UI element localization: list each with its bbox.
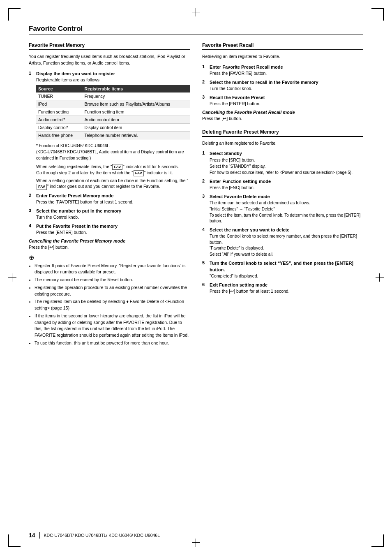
delete-step-2: 2 Enter Function setting mode Press the … bbox=[202, 178, 363, 191]
page-footer: 14 KDC-U7046BT/ KDC-U7046BTL/ KDC-U6046/… bbox=[29, 532, 363, 539]
table-cell: Audio control* bbox=[36, 116, 83, 123]
recall-section: Favorite Preset Recall Retrieving an ite… bbox=[202, 42, 363, 122]
table-cell: Function setting bbox=[36, 108, 83, 116]
delete-step-1-sub1: Select the “STANDBY” display. bbox=[210, 164, 363, 169]
step-2-heading: Enter Favorite Preset Memory mode bbox=[36, 193, 190, 199]
cancelling-recall-detail: Press the [↩] button. bbox=[202, 116, 363, 122]
recall-step-1: 1 Enter Favorite Preset Recall mode Pres… bbox=[202, 64, 363, 76]
delete-step-3-num: 3 bbox=[202, 194, 208, 224]
delete-step-4: 4 Select the number you want to delete T… bbox=[202, 227, 363, 258]
delete-step-3: 3 Select Favorite Delete mode The item c… bbox=[202, 194, 363, 224]
table-header-items: Registerable items bbox=[83, 85, 190, 92]
delete-step-3-content: Select Favorite Delete mode The item can… bbox=[210, 194, 363, 224]
step-1-num: 1 bbox=[29, 71, 35, 190]
recall-step-1-detail: Press the [FAVORITE] button. bbox=[210, 70, 363, 76]
table-cell: iPod bbox=[36, 100, 83, 108]
cancelling-memory: Cancelling the Favorite Preset Memory mo… bbox=[29, 238, 190, 250]
delete-step-6-num: 6 bbox=[202, 282, 208, 294]
recall-step-3-num: 3 bbox=[202, 95, 208, 107]
table-cell: Display control* bbox=[36, 123, 83, 131]
table-cell: Audio control item bbox=[83, 116, 190, 123]
table-row: iPodBrowse item such as Playlists/Artist… bbox=[36, 100, 190, 108]
list-item: Registering the operation procedure to a… bbox=[35, 284, 190, 298]
recall-step-2-content: Select the number to recall in the Favor… bbox=[210, 79, 363, 92]
step-3: 3 Select the number to put in the memory… bbox=[29, 208, 190, 220]
step-4-heading: Put the Favorite Preset in the memory bbox=[36, 223, 190, 229]
delete-step-5-num: 5 bbox=[202, 260, 208, 279]
delete-section-title: Deleting Favorite Preset Memory bbox=[202, 129, 363, 137]
delete-step-2-content: Enter Function setting mode Press the [F… bbox=[210, 178, 363, 191]
delete-step-1: 1 Select Standby Press the [SRC] button.… bbox=[202, 150, 363, 175]
table-cell: Browse item such as Playlists/Artists/Al… bbox=[83, 100, 190, 108]
step-2-content: Enter Favorite Preset Memory mode Press … bbox=[36, 193, 190, 205]
delete-step-1-detail: Press the [SRC] button. bbox=[210, 157, 363, 163]
page-title: Favorite Control bbox=[29, 25, 363, 35]
list-item: The memory cannot be erased by the Reset… bbox=[35, 277, 190, 283]
list-item: To use this function, this unit must be … bbox=[35, 340, 190, 347]
when-selecting-3: When a setting operation of each item ca… bbox=[36, 178, 190, 190]
page-number: 14 bbox=[29, 532, 35, 539]
step-1-content: Display the item you want to register Re… bbox=[36, 71, 190, 190]
bullet-list: Register 6 pairs of Favorite Preset Memo… bbox=[29, 263, 190, 347]
table-row: Function settingFunction setting item bbox=[36, 108, 190, 116]
footer-model-text: KDC-U7046BT/ KDC-U7046BTL/ KDC-U6046/ KD… bbox=[44, 533, 160, 538]
delete-step-6-content: Exit Function setting mode Press the [↩]… bbox=[210, 282, 363, 294]
recall-step-3-heading: Recall the Favorite Preset bbox=[210, 95, 363, 101]
recall-step-2-num: 2 bbox=[202, 79, 208, 92]
delete-step-4-heading: Select the number you want to delete bbox=[210, 227, 363, 233]
list-item: Register 6 pairs of Favorite Preset Memo… bbox=[35, 263, 190, 276]
left-column: Favorite Preset Memory You can register … bbox=[29, 42, 190, 348]
table-row: Audio control*Audio control item bbox=[36, 116, 190, 123]
table-row: Display control*Display control item bbox=[36, 123, 190, 131]
table-cell: Display control item bbox=[83, 123, 190, 131]
fav-badge-3: FAV bbox=[37, 184, 47, 190]
right-column: Favorite Preset Recall Retrieving an ite… bbox=[202, 42, 363, 348]
delete-step-5: 5 Turn the Control knob to select “YES”,… bbox=[202, 260, 363, 279]
footnote-1: * Function of KDC-U6046/ KDC-U6046L. (KD… bbox=[36, 143, 190, 161]
table-cell: Function setting item bbox=[83, 108, 190, 116]
delete-step-5-heading: Turn the Control knob to select “YES”, a… bbox=[210, 260, 363, 273]
recall-section-title: Favorite Preset Recall bbox=[202, 42, 363, 50]
cancelling-memory-detail: Press the [↩] button. bbox=[29, 244, 190, 250]
table-row: Hands-free phoneTelephone number retriev… bbox=[36, 131, 190, 139]
table-cell: Hands-free phone bbox=[36, 131, 83, 139]
left-section-title: Favorite Preset Memory bbox=[29, 42, 190, 50]
fav-badge-2: FAV bbox=[134, 170, 144, 176]
recall-step-3-detail: Press the [ENTER] button. bbox=[210, 101, 363, 107]
step-3-num: 3 bbox=[29, 208, 35, 220]
footnote-2-text: (KDC-U7046BT/ KDC-U7046BTL, Audio contro… bbox=[36, 150, 184, 160]
step-1-heading: Display the item you want to register bbox=[36, 71, 190, 77]
recall-intro: Retrieving an item registered to Favorit… bbox=[202, 53, 363, 60]
when-selecting-1: When selecting registerable items, the “… bbox=[36, 164, 190, 170]
fav-badge-1: FAV bbox=[112, 164, 122, 170]
registerable-items-table: Source Registerable items TUNERFrequency… bbox=[36, 85, 190, 139]
recall-step-1-content: Enter Favorite Preset Recall mode Press … bbox=[210, 64, 363, 76]
delete-step-1-heading: Select Standby bbox=[210, 150, 363, 157]
delete-step-3-sub: “Initial Settings” → “Favorite Delete” bbox=[210, 206, 363, 212]
list-item: The registered item can be deleted by se… bbox=[35, 298, 190, 312]
table-row: TUNERFrequency bbox=[36, 92, 190, 100]
step-4-detail: Press the [ENTER] button. bbox=[36, 229, 190, 236]
cancelling-recall-title: Cancelling the Favorite Preset Recall mo… bbox=[202, 110, 363, 115]
delete-step-3-heading: Select Favorite Delete mode bbox=[210, 194, 363, 200]
left-section-intro: You can register frequently used items s… bbox=[29, 53, 190, 67]
footnote-1-text: * Function of KDC-U6046/ KDC-U6046L. bbox=[36, 143, 111, 148]
delete-step-6-detail: Press the [↩] button for at least 1 seco… bbox=[210, 288, 363, 294]
delete-step-6: 6 Exit Function setting mode Press the [… bbox=[202, 282, 363, 294]
recall-step-1-heading: Enter Favorite Preset Recall mode bbox=[210, 64, 363, 70]
delete-step-1-content: Select Standby Press the [SRC] button. S… bbox=[210, 150, 363, 175]
delete-step-1-num: 1 bbox=[202, 150, 208, 175]
delete-step-4-sub2: Select “All” if you want to delete all. bbox=[210, 252, 363, 257]
step-3-content: Select the number to put in the memory T… bbox=[36, 208, 190, 220]
delete-step-2-num: 2 bbox=[202, 178, 208, 191]
table-cell: Frequency bbox=[83, 92, 190, 100]
step-2: 2 Enter Favorite Preset Memory mode Pres… bbox=[29, 193, 190, 205]
step-2-num: 2 bbox=[29, 193, 35, 205]
delete-step-4-content: Select the number you want to delete Tur… bbox=[210, 227, 363, 258]
step-1: 1 Display the item you want to register … bbox=[29, 71, 190, 190]
cancelling-recall: Cancelling the Favorite Preset Recall mo… bbox=[202, 110, 363, 122]
delete-step-5-content: Turn the Control knob to select “YES”, a… bbox=[210, 260, 363, 279]
recall-step-3-content: Recall the Favorite Preset Press the [EN… bbox=[210, 95, 363, 107]
delete-step-2-heading: Enter Function setting mode bbox=[210, 178, 363, 185]
cancelling-memory-title: Cancelling the Favorite Preset Memory mo… bbox=[29, 238, 190, 243]
